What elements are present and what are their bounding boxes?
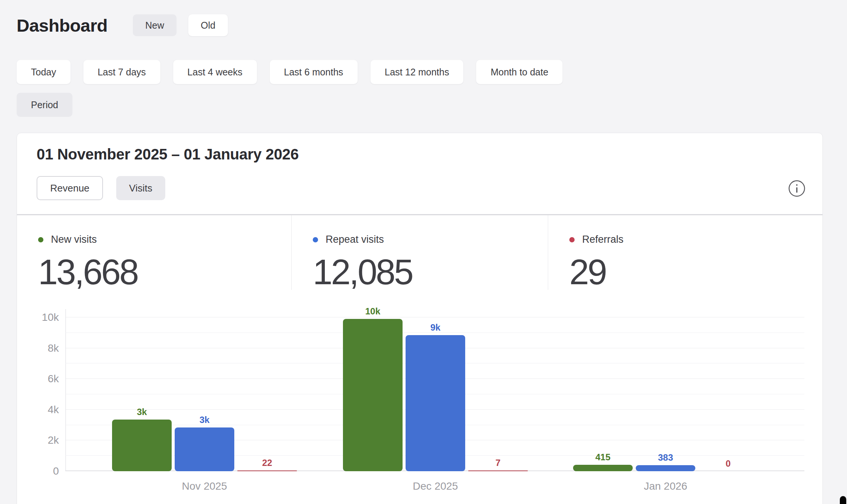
bar-value-label-referrals-nov-2025: 22: [262, 458, 272, 467]
bar-group-jan-2026: 4153830: [573, 453, 758, 471]
mouse-cursor: [840, 496, 846, 504]
bar-col-new-visits-nov-2025: 3k: [112, 407, 172, 471]
bar-value-label-new-visits-nov-2025: 3k: [137, 407, 147, 417]
filter-button-last-12-months[interactable]: Last 12 months: [370, 60, 464, 84]
bar-new-visits-nov-2025[interactable]: [112, 420, 172, 471]
x-axis-label-jan-2026: Jan 2026: [620, 480, 711, 492]
bar-value-label-new-visits-dec-2025: 10k: [365, 307, 380, 316]
legend-dot-new-visits: [38, 237, 43, 242]
bar-col-repeat-visits-nov-2025: 3k: [175, 415, 234, 471]
y-axis-label-10k: 10k: [25, 312, 59, 323]
stat-card-new-visits: New visits13,668: [17, 215, 291, 290]
bar-referrals-nov-2025[interactable]: [237, 470, 297, 471]
version-toggle: NewOld: [133, 14, 228, 36]
stat-value-new-visits: 13,668: [38, 254, 291, 290]
bar-group-dec-2025: 10k9k7: [343, 307, 528, 471]
bar-value-label-referrals-jan-2026: 0: [726, 459, 730, 468]
bar-col-new-visits-dec-2025: 10k: [343, 307, 403, 471]
bar-col-repeat-visits-dec-2025: 9k: [406, 323, 465, 471]
bar-col-referrals-dec-2025: 7: [468, 458, 528, 471]
stat-label: New visits: [51, 234, 97, 245]
filter-button-month-to-date[interactable]: Month to date: [476, 60, 563, 84]
info-icon[interactable]: [788, 180, 805, 197]
bar-group-nov-2025: 3k3k22: [112, 407, 297, 471]
page-header: Dashboard NewOld: [17, 14, 228, 36]
bar-col-repeat-visits-jan-2026: 383: [636, 453, 695, 471]
bar-col-referrals-nov-2025: 22: [237, 458, 297, 471]
y-axis-line: [65, 309, 66, 471]
version-button-new[interactable]: New: [133, 14, 177, 36]
bar-col-referrals-jan-2026: 0: [698, 459, 758, 471]
version-button-old[interactable]: Old: [188, 14, 228, 36]
info-icon-glyph: [788, 180, 805, 197]
y-axis-label-2k: 2k: [25, 435, 59, 446]
filter-button-last-4-weeks[interactable]: Last 4 weeks: [173, 60, 257, 84]
y-axis-label-6k: 6k: [25, 373, 59, 385]
filter-button-period[interactable]: Period: [17, 93, 72, 117]
stat-head: Repeat visits: [313, 234, 548, 245]
bar-new-visits-dec-2025[interactable]: [343, 319, 403, 471]
bar-new-visits-jan-2026[interactable]: [573, 465, 633, 471]
stat-label: Referrals: [582, 234, 624, 245]
filter-button-last-7-days[interactable]: Last 7 days: [83, 60, 160, 84]
bar-repeat-visits-dec-2025[interactable]: [406, 335, 465, 471]
stat-card-repeat-visits: Repeat visits12,085: [291, 215, 548, 290]
stat-value-repeat-visits: 12,085: [313, 254, 548, 290]
bar-value-label-repeat-visits-dec-2025: 9k: [430, 323, 441, 332]
date-range-title: 01 November 2025 – 01 January 2026: [37, 146, 299, 163]
bar-col-new-visits-jan-2026: 415: [573, 453, 633, 471]
x-axis-label-nov-2025: Nov 2025: [159, 480, 250, 492]
filter-button-today[interactable]: Today: [17, 60, 71, 84]
y-axis-label-4k: 4k: [25, 404, 59, 415]
bar-value-label-referrals-dec-2025: 7: [495, 458, 500, 467]
filters-row-2: Period: [17, 93, 72, 117]
bar-repeat-visits-nov-2025[interactable]: [175, 427, 234, 471]
bar-value-label-new-visits-jan-2026: 415: [595, 453, 610, 462]
visits-bar-chart: 02k4k6k8k10k3k3k22Nov 202510k9k7Dec 2025…: [65, 309, 804, 471]
page-title: Dashboard: [17, 15, 108, 36]
metric-toggle: RevenueVisits: [37, 176, 165, 200]
stat-value-referrals: 29: [569, 254, 822, 290]
stat-head: New visits: [38, 234, 291, 245]
y-axis-label-0: 0: [25, 466, 59, 477]
legend-dot-repeat-visits: [313, 237, 318, 242]
metric-button-visits[interactable]: Visits: [116, 176, 165, 200]
visits-card: 01 November 2025 – 01 January 2026 Reven…: [17, 133, 823, 504]
stats-row: New visits13,668Repeat visits12,085Refer…: [17, 215, 822, 282]
bar-referrals-dec-2025[interactable]: [468, 470, 528, 471]
filter-button-last-6-months[interactable]: Last 6 months: [270, 60, 358, 84]
x-axis-label-dec-2025: Dec 2025: [390, 480, 481, 492]
y-axis-label-8k: 8k: [25, 343, 59, 354]
metric-button-revenue[interactable]: Revenue: [37, 176, 103, 200]
stat-card-referrals: Referrals29: [548, 215, 822, 290]
filters-row-1: TodayLast 7 daysLast 4 weeksLast 6 month…: [17, 60, 563, 84]
bar-value-label-repeat-visits-jan-2026: 383: [658, 453, 673, 462]
legend-dot-referrals: [569, 237, 575, 242]
bar-value-label-repeat-visits-nov-2025: 3k: [200, 415, 210, 424]
stat-label: Repeat visits: [326, 234, 384, 245]
stat-head: Referrals: [569, 234, 822, 245]
bar-repeat-visits-jan-2026[interactable]: [636, 465, 695, 471]
